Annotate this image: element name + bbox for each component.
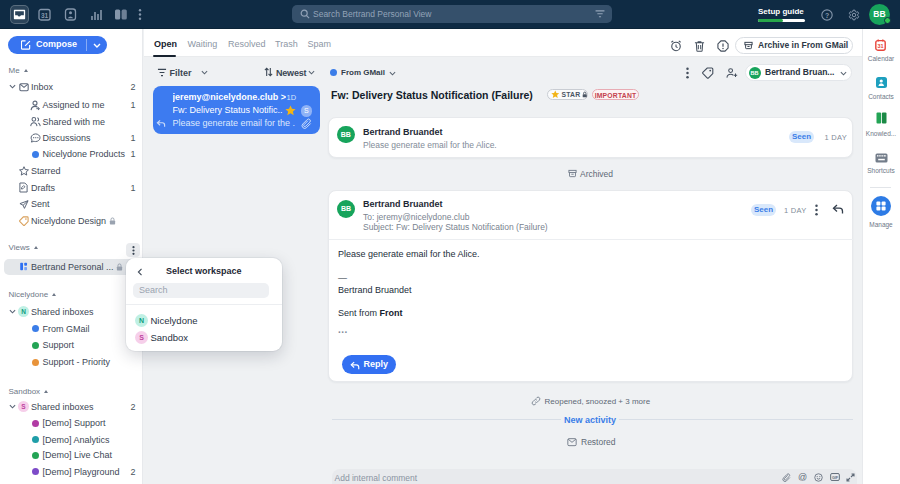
svg-text:?: ? xyxy=(825,11,829,18)
svg-text:GIF: GIF xyxy=(832,476,839,480)
svg-text:31: 31 xyxy=(877,43,883,49)
svg-text:31: 31 xyxy=(41,12,49,19)
